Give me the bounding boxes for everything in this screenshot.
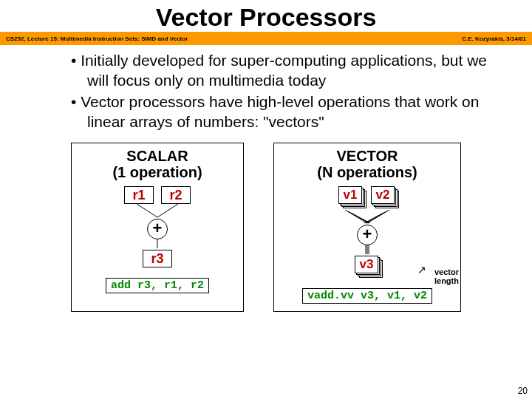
reg-v3: v3	[355, 256, 380, 278]
diagram-row: SCALAR (1 operation) r1 r2 + r3 add r3, …	[0, 143, 532, 312]
bullet-item: Vector processors have high-level operat…	[71, 92, 502, 132]
vector-panel: VECTOR (N operations) v1 v2 +	[273, 143, 461, 312]
lecture-bar: CS252, Lecture 15: Multimedia Instructio…	[0, 32, 532, 45]
scalar-output-row: r3	[143, 250, 172, 267]
vector-op: +	[357, 225, 378, 245]
reg-v1-label: v1	[338, 186, 362, 204]
vector-length-arrow: ↗	[417, 264, 426, 276]
vector-wires	[330, 210, 404, 225]
reg-r1: r1	[124, 186, 154, 204]
svg-line-8	[364, 213, 383, 223]
scalar-instruction: add r3, r1, r2	[106, 278, 209, 293]
reg-v1: v1	[338, 186, 364, 208]
reg-v3-label: v3	[355, 256, 378, 273]
vector-instruction: vadd.vv v3, v1, v2	[302, 288, 432, 304]
vector-length-l1: vector	[434, 267, 459, 276]
vector-input-row: v1 v2	[338, 186, 396, 208]
vector-wire-down	[330, 245, 404, 256]
bar-right: C.E. Kozyrakis, 3/14/01	[462, 35, 526, 42]
scalar-input-row: r1 r2	[124, 186, 191, 204]
scalar-op: +	[147, 219, 168, 239]
vector-output-row: v3	[355, 256, 380, 278]
scalar-heading: SCALAR (1 operation)	[112, 148, 202, 180]
vector-heading-l2: (N operations)	[317, 164, 417, 180]
reg-r3: r3	[143, 250, 172, 267]
scalar-wire-down	[120, 239, 194, 250]
vector-length-l2: length	[434, 276, 459, 285]
vector-length-annot: vector length	[434, 267, 459, 285]
vector-heading-l1: VECTOR	[337, 148, 398, 164]
bullet-list: Initially developed for super-computing …	[41, 51, 502, 132]
scalar-heading-l1: SCALAR	[126, 148, 188, 164]
scalar-panel: SCALAR (1 operation) r1 r2 + r3 add r3, …	[71, 143, 244, 312]
scalar-heading-l2: (1 operation)	[112, 164, 202, 180]
reg-v2-label: v2	[371, 186, 395, 204]
svg-line-0	[137, 204, 157, 217]
scalar-wires	[120, 204, 194, 219]
reg-v2: v2	[371, 186, 396, 208]
svg-line-1	[157, 204, 178, 217]
bar-left: CS252, Lecture 15: Multimedia Instructio…	[6, 35, 188, 42]
bullet-item: Initially developed for super-computing …	[71, 51, 502, 91]
page-number: 20	[518, 386, 528, 396]
vector-heading: VECTOR (N operations)	[317, 148, 417, 180]
reg-r2: r2	[161, 186, 191, 204]
slide-title: Vector Processors	[0, 3, 532, 32]
